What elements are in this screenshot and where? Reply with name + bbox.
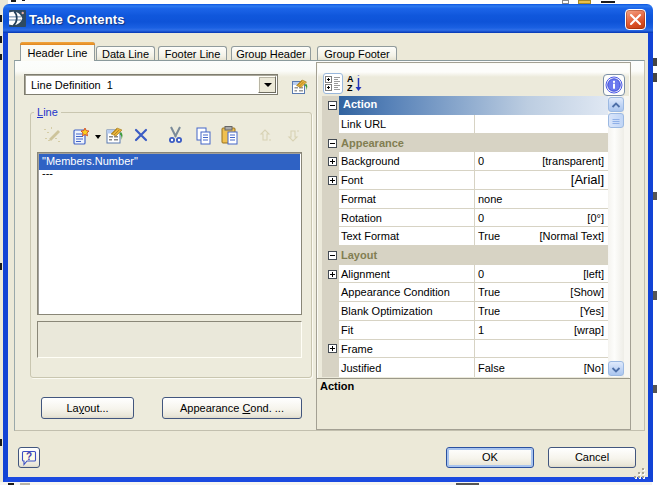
svg-text:Z: Z <box>347 83 353 93</box>
svg-text:?: ? <box>26 451 32 462</box>
